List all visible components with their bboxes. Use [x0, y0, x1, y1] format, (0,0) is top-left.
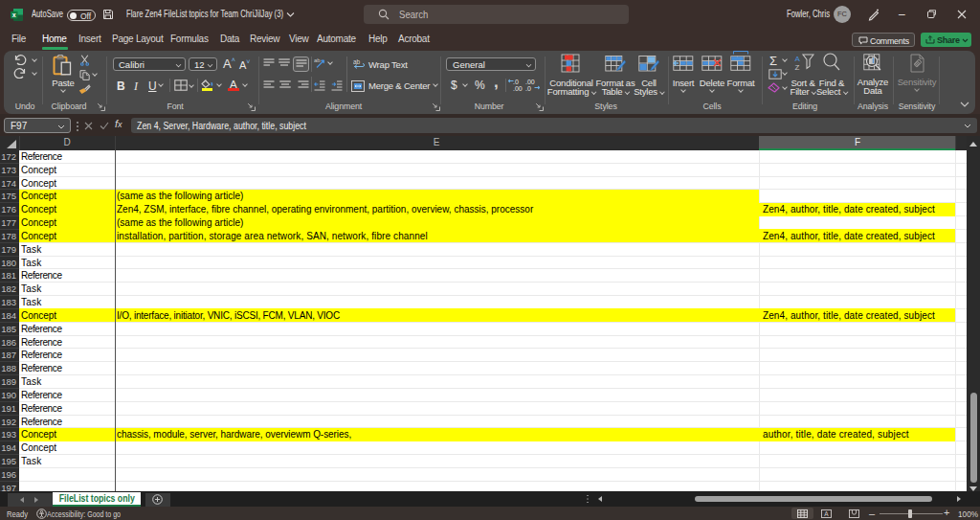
svg-text:A: A — [795, 55, 801, 63]
svg-text:x: x — [12, 11, 16, 18]
svg-text:Z: Z — [795, 63, 800, 71]
svg-text:ab: ab — [314, 57, 321, 63]
svg-text:ab: ab — [353, 58, 361, 65]
svg-text:A: A — [824, 510, 829, 517]
